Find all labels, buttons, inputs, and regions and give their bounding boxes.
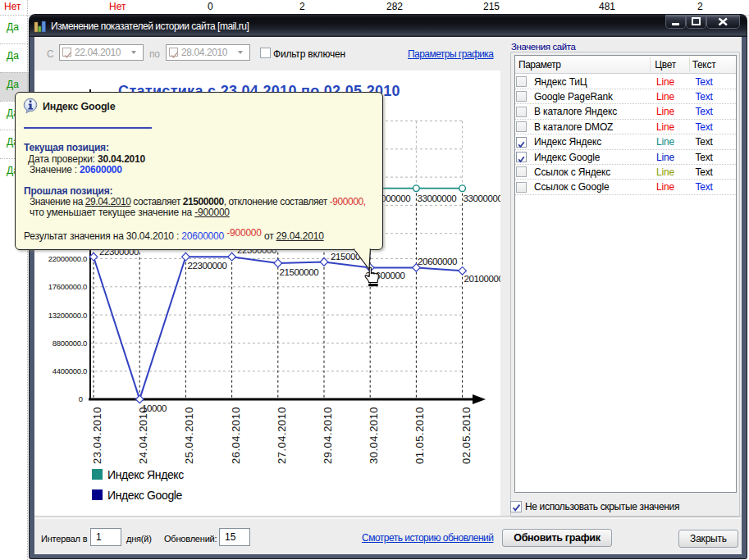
- svg-text:22000000.0: 22000000.0: [48, 254, 87, 263]
- svg-text:8800000.0: 8800000.0: [53, 339, 87, 348]
- svg-text:24.04.2010: 24.04.2010: [137, 407, 149, 464]
- svg-text:02.05.2010: 02.05.2010: [460, 407, 473, 464]
- svg-text:0: 0: [79, 394, 83, 403]
- svg-text:22300000: 22300000: [188, 261, 227, 271]
- svg-text:27.04.2010: 27.04.2010: [276, 407, 288, 464]
- svg-text:21500000: 21500000: [279, 267, 318, 277]
- svg-text:29.04.2010: 29.04.2010: [322, 407, 334, 464]
- svg-text:17600000.0: 17600000.0: [48, 282, 87, 291]
- svg-text:20600000: 20600000: [418, 257, 457, 266]
- svg-text:4400000.0: 4400000.0: [53, 367, 87, 376]
- svg-text:26.04.2010: 26.04.2010: [230, 407, 242, 464]
- svg-text:01.05.2010: 01.05.2010: [413, 407, 426, 464]
- svg-text:20100000: 20100000: [464, 274, 500, 284]
- svg-text:13200000.0: 13200000.0: [48, 311, 87, 320]
- svg-text:25.04.2010: 25.04.2010: [183, 407, 195, 464]
- svg-text:30.04.2010: 30.04.2010: [368, 407, 380, 464]
- svg-text:33000000: 33000000: [417, 193, 456, 203]
- svg-text:23.04.2010: 23.04.2010: [91, 407, 103, 464]
- svg-text:33000000: 33000000: [464, 193, 500, 203]
